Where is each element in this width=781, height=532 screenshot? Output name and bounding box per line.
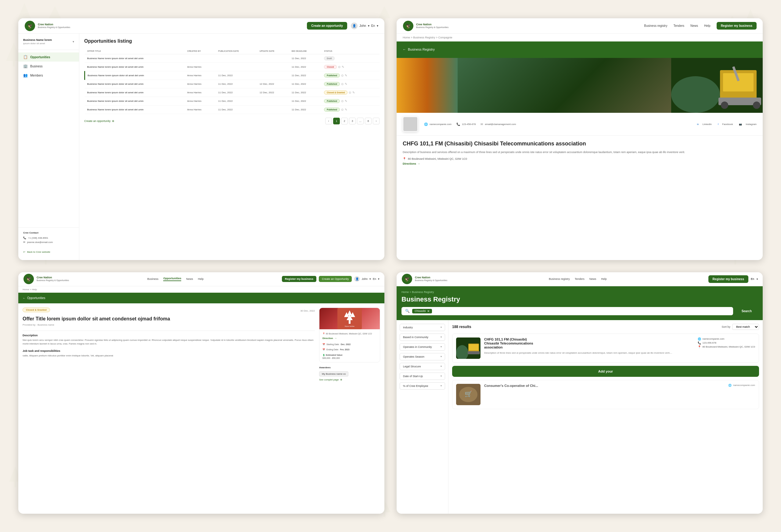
cell-created-by: Anna Harries (184, 105, 216, 114)
row-edit-icon[interactable]: ✎ (345, 108, 347, 111)
p3-register-my-business-button[interactable]: Register my business (282, 276, 316, 282)
row-edit-icon[interactable]: ✎ (345, 82, 347, 86)
filter-cree-employee[interactable]: % of Cree Employee ▾ (400, 382, 445, 390)
p3-nav-business[interactable]: Business (147, 277, 159, 280)
table-row[interactable]: Business Name lorem ipsum dolor sit amet… (85, 80, 380, 88)
biz-card-1[interactable]: CHFG 101,1 FM (Chisasibi)Chisasibi Telec… (452, 334, 759, 363)
p3-dir-label: Direction (323, 337, 333, 340)
register-my-business-button[interactable]: Register my business (716, 22, 756, 30)
row-edit-icon[interactable]: ✎ (342, 65, 344, 69)
filter-industry[interactable]: Industry ▾ (400, 324, 445, 331)
p3-lang[interactable]: En (373, 277, 376, 280)
filter-operates-season-label: Operates Season (403, 355, 424, 358)
table-row[interactable]: Business Name lorem ipsum dolor sit amet… (85, 97, 380, 105)
table-row[interactable]: Business Name lorem ipsum dolor sit amet… (85, 63, 380, 71)
p3-create-opportunity-button[interactable]: Create an Opportunity (319, 276, 352, 282)
sidebar-nav-business[interactable]: 🏢 Business (18, 61, 79, 71)
pagination-ellipsis: ... (357, 118, 364, 124)
filter-based-community-label: Based in Community (403, 336, 428, 339)
ending-date-value: Fev. 2023 (340, 348, 349, 352)
filter-industry-arrow-icon: ▾ (441, 326, 442, 329)
p4-lang[interactable]: En (751, 277, 754, 280)
panel2-directions-link[interactable]: Directions → (403, 162, 756, 165)
p4-nav-news[interactable]: News (589, 277, 597, 280)
biz-card-1-info: 🌐 namecompanie.com 📞 123-456-678 📍 80 Bo… (698, 338, 755, 359)
nav-help[interactable]: Help (704, 24, 710, 28)
sidebar-nav-members[interactable]: 👥 Members (18, 71, 79, 80)
instagram-icon[interactable]: 📷 (739, 123, 742, 126)
row-action-icon[interactable]: ⊙ (349, 91, 351, 94)
table-row[interactable]: Business Name lorem ipsum dolor sit amet… (85, 88, 380, 97)
create-opportunity-link[interactable]: Create an opportunity ⊕ (84, 120, 114, 123)
create-opportunity-button[interactable]: Create an opportunity (307, 22, 347, 30)
p3-user-menu[interactable]: 👤 John ▾ En ▾ (354, 276, 379, 282)
p4-nav-tenders[interactable]: Tenders (575, 277, 584, 280)
panel2-website-row: 🌐 namecompanie.com 📞 123-456-678 ✉ email… (424, 123, 516, 126)
p3-see-complete-label: See complet page (319, 379, 339, 381)
sidebar-biz-dropdown-icon[interactable]: ▾ (73, 40, 74, 43)
facebook-icon[interactable]: f (718, 123, 718, 126)
table-row[interactable]: Business Name lorem ipsum dolor sit amet… (85, 105, 380, 114)
pagination: ‹ 1 2 3 ... 8 › (325, 118, 379, 124)
pagination-page-3[interactable]: 3 (349, 118, 356, 124)
table-row[interactable]: Business Name lorem ipsum dolor sit amet… (85, 71, 380, 80)
email-icon: ✉ (23, 241, 25, 243)
user-avatar: 👤 (351, 23, 358, 29)
row-action-icon[interactable]: ⊙ (338, 65, 340, 69)
search-tag-remove-icon[interactable]: ✕ (427, 309, 429, 313)
biz-card-2[interactable]: 🛒 Consumer's Co-operative of Chi... 🌐 na… (452, 380, 759, 409)
pagination-page-1[interactable]: 1 (333, 118, 340, 124)
biz-card-1-body: CHFG 101,1 FM (Chisasibi)Chisasibi Telec… (484, 338, 694, 359)
p4-nav-business-registry[interactable]: Business registry (549, 277, 570, 280)
est-value-amount: $30,000 - $50,000 (323, 357, 340, 359)
row-action-icon[interactable]: ⊙ (341, 74, 343, 77)
sort-select[interactable]: Best match Newest Alphabetical (732, 324, 759, 330)
linkedin-icon[interactable]: in (697, 123, 699, 126)
search-button[interactable]: Search (736, 307, 758, 315)
row-edit-icon[interactable]: ✎ (345, 99, 347, 103)
filter-operates-season[interactable]: Operates Season ▾ (400, 353, 445, 360)
sort-by-label: Sort by (722, 325, 730, 328)
nav-tenders[interactable]: Tenders (673, 24, 684, 28)
p3-see-complete-link[interactable]: See complet page ⊕ (319, 379, 380, 381)
row-action-icon[interactable]: ⊙ (341, 82, 343, 86)
cell-offer-title: Business Name lorem ipsum dolor sit amet… (85, 54, 185, 63)
filter-based-community[interactable]: Based in Community ▾ (400, 334, 445, 341)
panel2-biz-info-bar: 🌐 namecompanie.com 📞 123-456-678 ✉ email… (397, 113, 763, 136)
p3-nav-opportunities[interactable]: Opportunities (163, 277, 181, 281)
cell-bid-deadline: 11 Dec, 2022 (289, 54, 322, 63)
cell-status: Closed & Granted ⊙✎ (322, 88, 379, 97)
pagination-next[interactable]: › (373, 118, 379, 124)
p3-nav-news[interactable]: News (186, 277, 193, 280)
panel3-logo-title: Cree Nation (37, 276, 69, 279)
table-row[interactable]: Business Name lorem ipsum dolor sit amet… (85, 54, 380, 63)
panel2-back-nav[interactable]: ← Business Registry (403, 48, 756, 51)
back-to-cree-link[interactable]: ↩ Back to Cree website (18, 249, 79, 255)
pagination-page-8[interactable]: 8 (365, 118, 372, 124)
user-menu[interactable]: 👤 John ▾ En ▾ (351, 23, 378, 29)
instagram-label: Instagram (746, 123, 756, 126)
row-action-icon[interactable]: ⊙ (341, 99, 343, 103)
add-your-business-button[interactable]: Add your (452, 366, 759, 377)
p3-back-nav[interactable]: ← Opportunities (23, 296, 380, 300)
filter-legal-structure[interactable]: Legal Strucure ▾ (400, 363, 445, 370)
language-selector[interactable]: En (371, 24, 375, 28)
nav-business-registry[interactable]: Business registry (644, 24, 667, 28)
row-edit-icon[interactable]: ✎ (345, 74, 347, 77)
svg-rect-42 (469, 344, 478, 350)
row-edit-icon[interactable]: ✎ (353, 91, 355, 94)
p3-direction-link[interactable]: Direction → (323, 337, 377, 340)
biz-1-phone-text: 123-456-678 (703, 342, 716, 344)
nav-news[interactable]: News (690, 24, 698, 28)
p3-nav-help[interactable]: Help (198, 277, 204, 280)
p4-register-my-business-button[interactable]: Register my business (708, 275, 748, 283)
sidebar-nav-opportunities[interactable]: 📋 Opportunities (18, 52, 79, 61)
sidebar-members-label: Members (30, 74, 43, 77)
row-action-icon[interactable]: ⊙ (341, 108, 343, 111)
cell-bid-deadline: 11 Dec, 2022 (289, 63, 322, 71)
filter-operates-community[interactable]: Operates in Community ▾ (400, 343, 445, 351)
filter-date-startup[interactable]: Date of Start-Up ▾ (400, 372, 445, 380)
p4-nav-help[interactable]: Help (601, 277, 607, 280)
pagination-prev[interactable]: ‹ (325, 118, 332, 124)
pagination-page-2[interactable]: 2 (341, 118, 348, 124)
